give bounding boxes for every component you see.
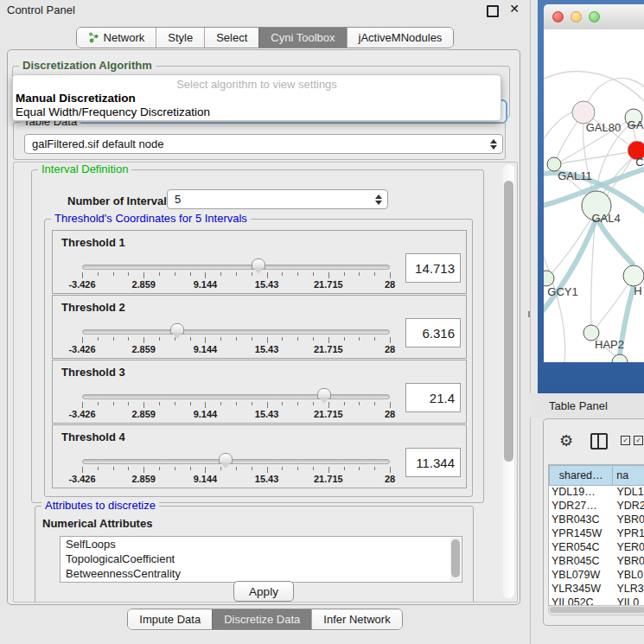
minimize-window-icon[interactable] xyxy=(571,11,582,22)
settings-scrollbar[interactable] xyxy=(503,164,514,598)
attribute-item[interactable]: TopologicalCoefficient xyxy=(61,552,462,566)
tab-cyni-toolbox[interactable]: Cyni Toolbox xyxy=(258,28,346,48)
table-row[interactable]: YBL079WYBL0 xyxy=(549,569,644,583)
table-cell[interactable]: YBR0 xyxy=(613,555,644,569)
threshold-value-field[interactable]: 14.713 xyxy=(405,253,461,283)
tick-mark xyxy=(143,272,144,278)
algorithm-option-equal-width[interactable]: Equal Width/Frequency Discretization xyxy=(16,105,210,118)
tab-impute-data-label: Impute Data xyxy=(139,613,201,626)
tab-discretize-data[interactable]: Discretize Data xyxy=(212,609,311,629)
thresholds-group-title: Threshold's Coordinates for 5 Intervals xyxy=(51,212,251,225)
table-cell[interactable]: YDR2 xyxy=(613,500,644,513)
close-panel-icon[interactable]: ✕ xyxy=(509,2,520,16)
threshold-value-field[interactable]: 21.4 xyxy=(405,383,461,412)
network-canvas[interactable]: GAL80GACGAL11GAL4GCY1HHAP2 xyxy=(544,29,644,362)
threshold-label: Threshold 2 xyxy=(61,301,125,314)
table-row[interactable]: YBR043CYBR0 xyxy=(549,513,644,527)
tab-infer-network[interactable]: Infer Network xyxy=(311,609,401,629)
table-cell[interactable]: YLR345W xyxy=(549,583,613,596)
table-cell[interactable]: YPR145W xyxy=(549,527,613,541)
tick-mark xyxy=(190,467,191,470)
tab-jactivemnodules[interactable]: jActiveMNodules xyxy=(347,28,454,48)
slider-track[interactable] xyxy=(82,394,390,399)
threshold-value-field[interactable]: 11.344 xyxy=(405,448,461,477)
tab-network[interactable]: Network xyxy=(77,28,156,48)
tick-mark xyxy=(128,467,129,470)
tab-select[interactable]: Select xyxy=(204,28,258,48)
table-cell[interactable]: YLR3 xyxy=(613,583,644,596)
table-cell[interactable]: YDL1 xyxy=(613,486,644,500)
algorithm-option-manual[interactable]: Manual Discretization xyxy=(16,92,136,105)
table-row[interactable]: YDR27…YDR2 xyxy=(549,500,644,513)
tick-label: 9.144 xyxy=(194,409,218,419)
table-hscrollbar-thumb[interactable] xyxy=(550,607,644,613)
tick-mark xyxy=(143,467,144,473)
network-edge[interactable] xyxy=(544,72,644,103)
tick-mark xyxy=(220,402,221,405)
table-row[interactable]: YBR045CYBR0 xyxy=(549,555,644,569)
table-cell[interactable]: YBR045C xyxy=(549,555,613,569)
slider-track[interactable] xyxy=(82,459,390,464)
gear-icon[interactable]: ⚙ xyxy=(559,431,573,450)
table-cell[interactable]: YBL079W xyxy=(549,569,613,583)
table-cell[interactable]: YER054C xyxy=(549,541,613,555)
network-node-label: GAL80 xyxy=(586,121,621,134)
table-cell[interactable]: YDR27… xyxy=(549,500,613,513)
number-of-intervals-combobox[interactable]: 5 xyxy=(167,189,388,209)
threshold-value-field[interactable]: 6.316 xyxy=(405,318,461,348)
column-header-shared-name[interactable]: shared… xyxy=(549,465,613,486)
slider-tick-labels: -3.4262.8599.14415.4321.71528 xyxy=(82,279,390,290)
table-hscrollbar[interactable] xyxy=(548,605,644,615)
table-data-selected-value: galFiltered.sif default node xyxy=(32,137,163,150)
slider-track[interactable] xyxy=(82,265,390,270)
zoom-window-icon[interactable] xyxy=(589,11,600,22)
tick-mark xyxy=(113,272,114,276)
attribute-item[interactable]: SelfLoops xyxy=(61,537,462,552)
settings-scrollbar-thumb[interactable] xyxy=(504,181,513,462)
tab-style[interactable]: Style xyxy=(156,28,204,48)
close-window-icon[interactable] xyxy=(552,11,564,22)
table-row[interactable]: YPR145WYPR1 xyxy=(549,527,644,541)
network-window-titlebar[interactable] xyxy=(544,4,644,30)
tick-mark xyxy=(313,337,314,341)
table-row[interactable]: YLR345WYLR3 xyxy=(549,583,644,596)
network-edge-thick[interactable] xyxy=(544,220,596,315)
table-row[interactable]: YDL19…YDL1 xyxy=(549,486,644,500)
apply-button[interactable]: Apply xyxy=(233,581,294,602)
network-node[interactable] xyxy=(623,265,644,286)
tick-label: 2.859 xyxy=(131,474,156,484)
checkbox-icon[interactable]: ✓ xyxy=(621,436,630,445)
column-header-name[interactable]: na xyxy=(613,465,644,486)
slider-track[interactable] xyxy=(82,329,390,335)
tick-label: -3.426 xyxy=(68,279,95,290)
table-cell[interactable]: YER0 xyxy=(613,541,644,555)
checkbox-icon[interactable]: ✓ xyxy=(634,436,643,445)
tick-mark xyxy=(82,467,83,473)
slider-thumb[interactable] xyxy=(219,453,233,464)
panel-splitter-handle[interactable] xyxy=(528,311,533,317)
split-columns-icon[interactable] xyxy=(590,433,608,450)
slider-thumb[interactable] xyxy=(317,388,331,399)
tab-impute-data[interactable]: Impute Data xyxy=(128,609,212,629)
table-row[interactable]: YER054CYER0 xyxy=(549,541,644,555)
attribute-item[interactable]: BetweennessCentrality xyxy=(61,566,462,581)
tick-mark xyxy=(359,402,360,405)
network-edge-thick[interactable] xyxy=(598,220,634,265)
tab-cyni-toolbox-label: Cyni Toolbox xyxy=(271,31,335,44)
slider-thumb[interactable] xyxy=(252,258,265,270)
table-cell[interactable]: YBL0 xyxy=(613,569,644,583)
list-scrollbar-thumb[interactable] xyxy=(451,539,460,577)
slider-thumb[interactable] xyxy=(170,323,184,335)
tick-mark xyxy=(252,272,252,276)
numerical-attributes-list[interactable]: SelfLoopsTopologicalCoefficientBetweenne… xyxy=(60,536,462,583)
table-data-combobox[interactable]: galFiltered.sif default node xyxy=(24,134,503,154)
table-cell[interactable]: YBR0 xyxy=(613,513,644,527)
algorithm-dropdown-popup: Select algorithm to view settings Manual… xyxy=(12,74,501,121)
table-cell[interactable]: YBR043C xyxy=(549,513,613,527)
tick-mark xyxy=(252,402,252,405)
table-cell[interactable]: YPR1 xyxy=(613,527,644,541)
list-scrollbar[interactable] xyxy=(450,538,461,581)
float-panel-icon[interactable] xyxy=(487,5,499,17)
table-cell[interactable]: YDL19… xyxy=(549,486,613,500)
tick-mark xyxy=(190,402,191,405)
